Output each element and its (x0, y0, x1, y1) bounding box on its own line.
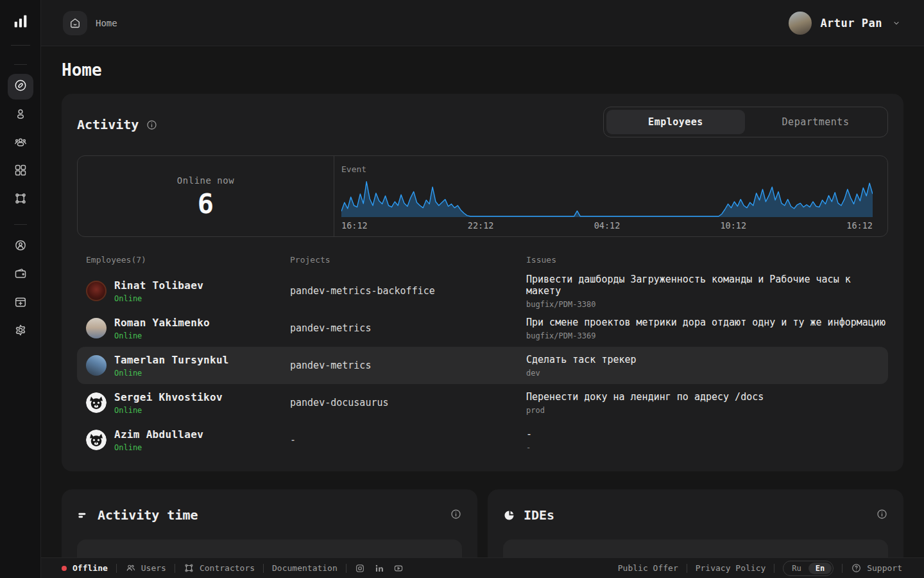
breadcrumb-home[interactable]: Home (63, 11, 117, 35)
table-row[interactable]: Azim AbdullaevOnline--- (77, 421, 888, 459)
calendar-plus-icon (13, 295, 28, 311)
employees-table-header: Employees(7) Projects Issues (77, 254, 888, 265)
event-sparkline-chart (341, 179, 873, 217)
activity-title: Activity (77, 117, 139, 132)
project-name: - (290, 434, 526, 446)
sidebar-item-apps[interactable] (8, 159, 33, 184)
issue-cell: Перенести доку на лендинг по адресу /doc… (526, 391, 888, 415)
project-name: pandev-metrics (290, 360, 526, 371)
user-menu[interactable]: Artur Pan (789, 12, 902, 35)
issue-branch: prod (526, 406, 888, 415)
sidebar-item-settings[interactable] (8, 319, 33, 344)
issue-branch: - (526, 443, 888, 452)
footer-link-users[interactable]: Users (125, 563, 166, 574)
sidebar-item-profile[interactable] (8, 234, 33, 259)
lang-option-en[interactable]: En (809, 563, 832, 574)
online-now-value: 6 (198, 191, 214, 218)
tab-departments[interactable]: Departments (746, 110, 885, 134)
support-label: Support (867, 563, 902, 573)
table-row[interactable]: Tamerlan TursynkulOnlinepandev-metricsСд… (77, 347, 888, 384)
activity-stats-panel: Online now 6 Event 16:1222:1204:1210:121… (77, 155, 888, 237)
offline-dot-icon (62, 566, 67, 571)
table-row[interactable]: Rinat TolibaevOnlinepandev-metrics-backo… (77, 272, 888, 310)
employee-cell: Roman YakimenkoOnline (86, 317, 290, 340)
activity-card: Activity EmployeesDepartments Online now… (62, 94, 903, 471)
employee-avatar (86, 430, 107, 450)
info-icon[interactable] (876, 508, 888, 520)
id-badge-icon (13, 238, 28, 255)
project-name: pandev-metrics-backoffice (290, 285, 526, 297)
issue-cell: -- (526, 428, 888, 452)
pie-chart-icon (503, 509, 515, 521)
employee-status-online: Online (114, 294, 203, 303)
footer: Offline UsersContractorsDocumentation Pu… (41, 557, 924, 578)
frame-dots-icon (13, 191, 28, 208)
app-root: Home Artur Pan Home Activity EmployeesDe… (0, 0, 924, 578)
online-now-label: Online now (177, 175, 234, 186)
sidebar-divider-short (14, 64, 27, 65)
sidebar-item-contractors[interactable] (8, 187, 33, 213)
event-time-axis: 16:1222:1204:1210:1216:12 (341, 220, 873, 231)
tab-employees[interactable]: Employees (606, 110, 745, 134)
people-icon (13, 135, 28, 152)
compass-icon (13, 78, 28, 95)
instagram-icon[interactable] (355, 563, 365, 574)
issue-cell: При смене проектов метрики дора отдают о… (526, 317, 888, 340)
footer-link-privacy-policy[interactable]: Privacy Policy (696, 563, 766, 573)
footer-left: Offline UsersContractorsDocumentation (62, 563, 404, 574)
divider (774, 564, 774, 573)
issue-cell: Сделать таск трекерdev (526, 354, 888, 378)
employee-avatar (86, 281, 107, 301)
sidebar-item-dashboard[interactable] (8, 74, 33, 100)
sidebar-divider-mid (14, 224, 27, 225)
issue-branch: bugfix/PDM-3369 (526, 331, 888, 340)
page-title: Home (62, 60, 903, 80)
question-icon (851, 563, 862, 574)
sidebar-nav-primary (8, 74, 33, 213)
footer-link-public-offer[interactable]: Public Offer (618, 563, 678, 573)
sidebar-item-users[interactable] (8, 102, 33, 128)
sidebar-item-teams[interactable] (8, 130, 33, 156)
issue-branch: dev (526, 369, 888, 378)
sidebar-nav-secondary (8, 234, 33, 344)
frame-dots-icon (184, 563, 194, 574)
table-row[interactable]: Roman YakimenkoOnlinepandev-metricsПри с… (77, 310, 888, 347)
employees-table: Employees(7) Projects Issues Rinat Tolib… (77, 254, 888, 459)
app-logo-bar-chart-icon[interactable] (12, 12, 30, 30)
language-switcher: RuEn (783, 561, 834, 576)
divider (842, 564, 843, 573)
sidebar-item-wallet[interactable] (8, 262, 33, 288)
event-chart-block: Event 16:1222:1204:1210:1216:12 (334, 156, 887, 236)
col-projects: Projects (290, 255, 526, 265)
topbar: Home Artur Pan (41, 0, 924, 46)
employee-avatar (86, 392, 107, 413)
employee-avatar (86, 318, 107, 338)
sidebar-item-calendar[interactable] (8, 290, 33, 316)
ides-head: IDEs (503, 505, 888, 525)
youtube-icon[interactable] (393, 563, 404, 574)
breadcrumb-label: Home (96, 18, 117, 28)
time-tick: 10:12 (720, 220, 746, 231)
bars-icon (77, 509, 89, 521)
info-icon[interactable] (450, 508, 462, 520)
table-row[interactable]: Sergei KhvostikovOnlinepandev-docusaurus… (77, 384, 888, 421)
support-link[interactable]: Support (851, 563, 902, 574)
event-chart-title: Event (341, 164, 873, 174)
employee-name: Azim Abdullaev (114, 428, 203, 441)
activity-time-head: Activity time (77, 505, 462, 525)
col-issues: Issues (526, 255, 888, 265)
status-label: Offline (73, 563, 108, 573)
employee-cell: Sergei KhvostikovOnline (86, 391, 290, 415)
footer-right: Public OfferPrivacy PolicyRuEnSupport (618, 561, 902, 576)
employees-table-body: Rinat TolibaevOnlinepandev-metrics-backo… (77, 272, 888, 459)
footer-link-contractors[interactable]: Contractors (184, 563, 255, 574)
activity-time-title: Activity time (98, 507, 198, 523)
lang-option-ru[interactable]: Ru (785, 563, 808, 574)
footer-link-documentation[interactable]: Documentation (272, 563, 338, 573)
issue-title: - (526, 428, 888, 440)
linkedin-icon[interactable] (374, 563, 384, 574)
employee-name: Rinat Tolibaev (114, 279, 203, 292)
grid-icon (13, 163, 28, 180)
employee-avatar (86, 355, 107, 376)
info-icon[interactable] (146, 119, 158, 131)
